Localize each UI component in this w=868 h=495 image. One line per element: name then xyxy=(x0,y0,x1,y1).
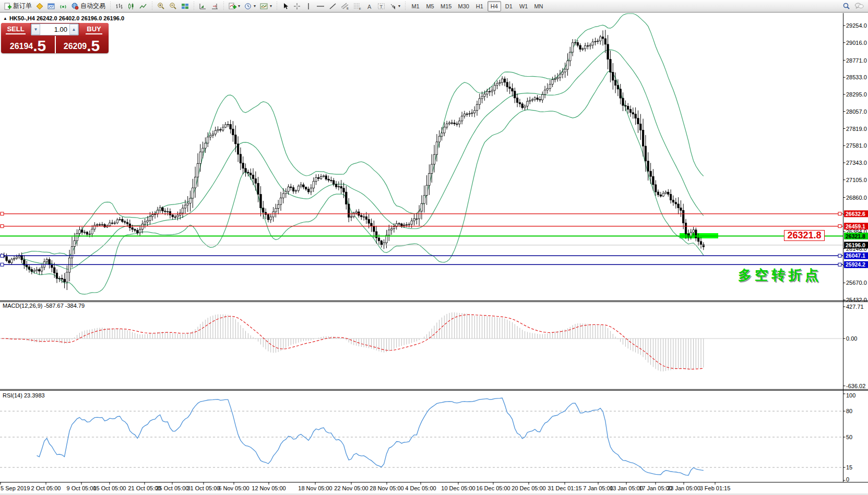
time-axis-label[interactable]: 2 Oct 05:00 xyxy=(31,485,61,491)
time-axis-label[interactable]: 15 Oct 05:00 xyxy=(93,485,126,491)
price-axis-label: 29254.0 xyxy=(846,22,867,29)
price-callout-box[interactable]: 26321.8 xyxy=(784,230,825,241)
timeframe-M5[interactable]: M5 xyxy=(423,1,437,11)
buy-price[interactable]: 26209.5 xyxy=(55,36,109,53)
time-axis-label[interactable]: 18 Nov 05:00 xyxy=(298,485,332,491)
price-axis-label: 27819.0 xyxy=(846,126,867,132)
line-endpoint-marker[interactable] xyxy=(1,254,4,257)
timeframe-H4[interactable]: H4 xyxy=(487,1,501,11)
time-axis-label[interactable]: 9 Oct 05:00 xyxy=(67,485,97,491)
signals-button[interactable] xyxy=(57,1,69,11)
channel-button[interactable]: E xyxy=(339,1,351,11)
auto-scroll-icon xyxy=(199,3,207,10)
dropdown-caret-icon: ▾ xyxy=(398,4,400,8)
volume-decrease-button[interactable]: ▼ xyxy=(31,24,40,35)
time-axis-label[interactable]: 31 Dec 01:15 xyxy=(548,485,581,491)
volume-increase-button[interactable]: ▲ xyxy=(69,24,78,35)
signal-icon xyxy=(60,3,67,10)
horizontal-line-icon xyxy=(316,3,325,10)
dropdown-caret-icon: ▾ xyxy=(238,4,240,8)
templates-button[interactable]: ▾ xyxy=(258,1,274,11)
zoom-in-button[interactable] xyxy=(155,1,167,11)
new-order-button[interactable]: 新订单 xyxy=(2,1,34,11)
time-axis-label[interactable]: 12 Nov 05:00 xyxy=(252,485,286,491)
line-endpoint-marker[interactable] xyxy=(838,225,841,228)
toolbar-grip xyxy=(193,2,195,11)
volume-field[interactable]: 1.00 xyxy=(40,24,69,35)
timeframe-MN[interactable]: MN xyxy=(531,1,545,11)
auto-scroll-button[interactable] xyxy=(197,1,209,11)
zoom-out-button[interactable] xyxy=(167,1,179,11)
price-axis-label: 26860.0 xyxy=(846,195,867,201)
rsi-axis-label: 100 xyxy=(846,392,855,399)
time-axis-label[interactable]: 16 Dec 05:00 xyxy=(476,485,510,491)
line-endpoint-marker[interactable] xyxy=(838,212,841,215)
svg-text:E: E xyxy=(347,7,349,10)
chart-window-icon xyxy=(47,3,55,10)
arrows-button[interactable]: ▾ xyxy=(387,1,402,11)
text-button[interactable]: A xyxy=(364,1,375,11)
time-axis-label[interactable]: 7 Jan 05:00 xyxy=(583,485,613,491)
bar-chart-button[interactable] xyxy=(113,1,125,11)
line-chart-button[interactable] xyxy=(137,1,149,11)
volume-stepper: ▼ 1.00 ▲ xyxy=(31,23,79,35)
time-axis-label[interactable]: 5 Sep 2019 xyxy=(1,485,30,491)
time-axis-label[interactable]: 6 Nov 05:00 xyxy=(218,485,249,491)
trendline-icon xyxy=(329,3,337,10)
timeframe-D1[interactable]: D1 xyxy=(502,1,516,11)
time-axis-label[interactable]: 31 Oct 05:00 xyxy=(187,485,220,491)
line-endpoint-marker[interactable] xyxy=(1,212,4,215)
timeframe-M15[interactable]: M15 xyxy=(438,1,454,11)
tile-windows-icon xyxy=(181,3,189,10)
price-level-badge-text: 26196.0 xyxy=(846,242,865,248)
line-endpoint-marker[interactable] xyxy=(1,225,4,228)
indicators-button[interactable]: ▾ xyxy=(227,1,242,11)
svg-text:T: T xyxy=(380,4,383,9)
timeframe-M30[interactable]: M30 xyxy=(455,1,471,11)
sell-price[interactable]: 26194.5 xyxy=(1,36,55,53)
add-indicator-icon xyxy=(229,3,236,10)
autotrade-button[interactable]: 自动交易 xyxy=(69,1,108,11)
periods-button[interactable]: ▾ xyxy=(242,1,258,11)
chart-canvas[interactable]: 29254.029016.028771.028533.028295.028057… xyxy=(0,0,868,495)
time-axis-label[interactable]: 25 Oct 05:00 xyxy=(156,485,189,491)
text-label-button[interactable]: T xyxy=(375,1,387,11)
new-order-icon xyxy=(4,3,11,10)
trendline-button[interactable] xyxy=(327,1,339,11)
panel-collapse-arrow[interactable]: ▲ xyxy=(3,16,7,21)
chart-window-button[interactable] xyxy=(45,1,57,11)
time-axis-label[interactable]: 10 Dec 05:00 xyxy=(441,485,475,491)
line-endpoint-marker[interactable] xyxy=(1,263,4,266)
hline-button[interactable] xyxy=(314,1,327,11)
time-axis-label[interactable]: 28 Nov 05:00 xyxy=(370,485,403,491)
cursor-button[interactable] xyxy=(280,1,291,11)
toolbar-grip xyxy=(109,2,112,11)
chart-shift-button[interactable] xyxy=(209,1,221,11)
timeframe-H1[interactable]: H1 xyxy=(473,1,486,11)
macd-axis-label: 427.71 xyxy=(846,304,864,310)
line-endpoint-marker[interactable] xyxy=(838,263,841,266)
chat-button[interactable] xyxy=(852,1,866,11)
search-button[interactable] xyxy=(840,1,852,11)
fibonacci-button[interactable]: F xyxy=(351,1,364,11)
candlestick-button[interactable] xyxy=(125,1,137,11)
time-axis-label[interactable]: 23 Jan 05:00 xyxy=(667,485,700,491)
time-axis-label[interactable]: 3 Feb 01:15 xyxy=(700,485,731,491)
sell-button[interactable]: SELL xyxy=(1,23,30,36)
market-watch-button[interactable] xyxy=(34,1,45,11)
line-endpoint-marker[interactable] xyxy=(838,254,841,257)
price-axis-label: 25670.0 xyxy=(846,280,867,286)
svg-text:A: A xyxy=(367,3,372,9)
time-axis-label[interactable]: 13 Jan 05:00 xyxy=(610,485,643,491)
timeframe-W1[interactable]: W1 xyxy=(517,1,531,11)
time-axis-label[interactable]: 20 Dec 05:00 xyxy=(512,485,545,491)
timeframe-M1[interactable]: M1 xyxy=(409,1,422,11)
time-axis-label[interactable]: 22 Nov 05:00 xyxy=(334,485,368,491)
price-level-badge-text: 26632.6 xyxy=(846,211,865,217)
time-axis-label[interactable]: 4 Dec 05:00 xyxy=(405,485,436,491)
tile-windows-button[interactable] xyxy=(179,1,191,11)
crosshair-button[interactable] xyxy=(291,1,303,11)
vline-button[interactable] xyxy=(303,1,314,11)
buy-button[interactable]: BUY xyxy=(79,23,109,36)
price-axis-label: 27581.0 xyxy=(846,142,867,149)
